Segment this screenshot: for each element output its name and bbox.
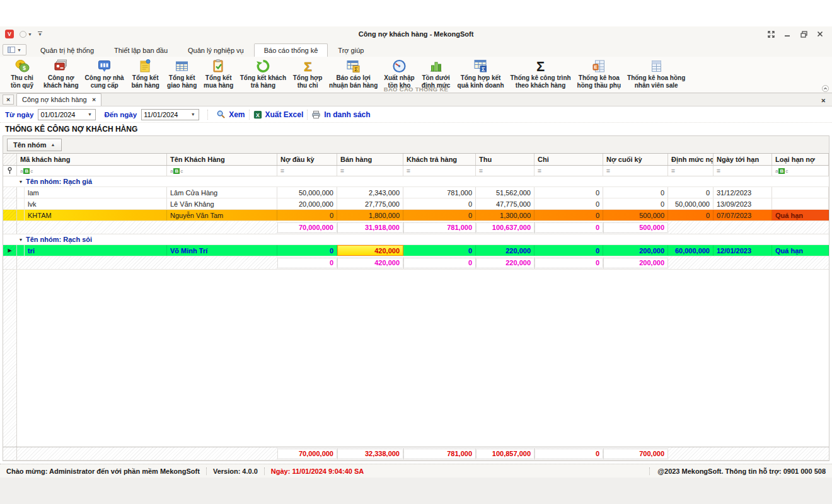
table-cell[interactable]: 47,775,000 [476,198,534,209]
ribbon-button-7[interactable]: ΣTổng hợpthu chi [289,59,326,89]
table-cell[interactable]: 420,000 [337,245,403,256]
ribbon-button-6[interactable]: Tổng kết kháchtrả hàng [237,59,289,89]
table-cell[interactable]: Nguyễn Văn Tam [167,210,277,220]
chevron-down-icon[interactable]: ▼ [85,110,94,120]
close-tab-button-right[interactable]: ✕ [821,98,829,104]
close-button[interactable] [813,30,827,39]
to-date-input[interactable] [142,111,188,118]
ribbon-button-4[interactable]: Tổng kếtgiao hàng [164,59,200,89]
table-cell[interactable]: 0 [534,187,603,198]
ribbon-button-3[interactable]: Tổng kếtbán hàng [127,59,164,89]
table-cell[interactable]: 220,000 [476,245,534,256]
table-cell[interactable]: 0 [603,198,668,209]
column-header-7[interactable]: Nợ cuối kỳ [603,154,668,165]
table-cell[interactable]: 0 [277,245,337,256]
ribbon-button-8[interactable]: ΣBáo cáo lợinhuận bán hàng [326,59,381,89]
column-header-5[interactable]: Thu [476,154,534,165]
from-date-input[interactable] [38,111,85,118]
column-header-4[interactable]: Khách trả hàng [403,154,476,165]
table-cell[interactable]: tri [25,245,167,256]
ribbon-tab-1[interactable]: Thiết lập ban đầu [104,43,178,57]
table-cell[interactable]: 0 [534,245,603,256]
table-row[interactable]: ▶triVõ Minh Trí0420,0000220,0000200,0006… [3,245,829,256]
action-button-in-danh-sách[interactable]: In danh sách [311,110,370,119]
column-header-2[interactable]: Nợ đầu kỳ [277,154,337,165]
ribbon-button-2[interactable]: Công nợ nhàcung cấp [82,59,127,89]
table-cell[interactable]: 1,300,000 [476,210,534,220]
restore-button[interactable] [797,30,811,39]
ribbon-button-5[interactable]: Tổng kếtmua hàng [200,59,237,89]
ribbon-button-13[interactable]: EThống kê hoahồng thầu phụ [574,59,624,89]
table-cell[interactable]: 31/12/2023 [714,187,772,198]
filter-cell-2[interactable]: = [277,166,337,176]
column-header-0[interactable]: Mã khách hàng [17,154,167,165]
ribbon-button-10[interactable]: Tồn dướiđịnh mức [418,59,454,89]
table-cell[interactable]: 0 [277,210,337,220]
ribbon-tab-2[interactable]: Quản lý nghiệp vụ [178,43,254,57]
ribbon-button-14[interactable]: Thống kê hoa hồngnhân viên sale [624,59,688,89]
group-row-0[interactable]: ▼Tên nhóm: Rạch giá [3,176,829,187]
action-button-xuất-excel[interactable]: XXuất Excel [253,110,304,119]
table-cell[interactable]: 60,000,000 [668,245,714,256]
column-header-3[interactable]: Bán hàng [337,154,403,165]
ribbon-button-11[interactable]: ΣTổng hợp kếtquả kinh doanh [454,59,507,89]
column-header-6[interactable]: Chi [534,154,603,165]
ribbon-tab-0[interactable]: Quản trị hệ thống [30,43,104,57]
filter-cell-6[interactable]: = [534,166,603,176]
filter-cell-0[interactable]: aBc [17,166,167,176]
chevron-down-icon[interactable]: ▼ [188,110,197,120]
filter-cell-1[interactable]: aBc [167,166,277,176]
filter-cell-8[interactable]: = [668,166,714,176]
ribbon-layout-menu-button[interactable]: ▼ [3,44,26,55]
minimize-button[interactable] [780,30,794,39]
table-cell[interactable]: 27,775,000 [337,198,403,209]
table-cell[interactable]: Lê Văn Khảng [167,198,277,209]
column-header-1[interactable]: Tên Khách Hàng [167,154,277,165]
table-cell[interactable]: 13/09/2023 [714,198,772,209]
filter-cell-4[interactable]: = [403,166,476,176]
ribbon-button-12[interactable]: ΣThống kê công trìnhtheo khách hàng [507,59,574,89]
table-cell[interactable]: 0 [534,198,603,209]
filter-cell-5[interactable]: = [476,166,534,176]
table-cell[interactable]: Lâm Cửa Hàng [167,187,277,198]
table-cell[interactable]: 50,000,000 [277,187,337,198]
to-date-picker[interactable]: ▼ [141,109,199,120]
table-cell[interactable]: 12/01/2023 [714,245,772,256]
group-expand-icon[interactable]: ▼ [17,180,25,184]
table-cell[interactable] [772,198,829,209]
filter-cell-3[interactable]: = [337,166,403,176]
tab-cong-no-khach-hang[interactable]: Công nợ khách hàng ✕ [16,93,101,106]
table-row[interactable]: KHTAMNguyễn Văn Tam01,800,00001,300,0000… [3,210,829,221]
group-row-1[interactable]: ▼Tên nhóm: Rạch sỏi [3,234,829,245]
filter-cell-7[interactable]: = [603,166,668,176]
table-cell[interactable]: 200,000 [603,245,668,256]
table-cell[interactable]: 0 [534,210,603,220]
filter-cell-10[interactable]: aBc [772,166,829,176]
table-cell[interactable]: 0 [403,210,476,220]
table-cell[interactable]: lvk [25,198,167,209]
table-cell[interactable] [772,187,829,198]
table-cell[interactable]: 0 [668,187,714,198]
table-cell[interactable]: 500,000 [603,210,668,220]
table-cell[interactable]: 50,000,000 [668,198,714,209]
table-cell[interactable]: KHTAM [25,210,167,220]
table-cell[interactable]: 20,000,000 [277,198,337,209]
table-cell[interactable]: Võ Minh Trí [167,245,277,256]
table-cell[interactable]: 0 [668,210,714,220]
group-by-chip-ten-nhom[interactable]: Tên nhóm ▲ [7,139,62,151]
table-cell[interactable]: Quá hạn [772,245,829,256]
from-date-picker[interactable]: ▼ [38,109,96,120]
table-cell[interactable]: 0 [403,245,476,256]
table-cell[interactable]: 07/07/2023 [714,210,772,220]
ribbon-tab-3[interactable]: Báo cáo thống kê [254,43,328,57]
table-cell[interactable]: 781,000 [403,187,476,198]
column-header-8[interactable]: Định mức nợ [668,154,714,165]
table-row[interactable]: lamLâm Cửa Hàng50,000,0002,343,000781,00… [3,187,829,198]
table-cell[interactable]: lam [25,187,167,198]
table-cell[interactable]: 51,562,000 [476,187,534,198]
table-cell[interactable]: 0 [403,198,476,209]
table-cell[interactable]: 2,343,000 [337,187,403,198]
column-header-9[interactable]: Ngày tới hạn [714,154,772,165]
table-cell[interactable]: 0 [603,187,668,198]
ribbon-button-9[interactable]: Xuất nhậptồn kho [381,59,417,89]
